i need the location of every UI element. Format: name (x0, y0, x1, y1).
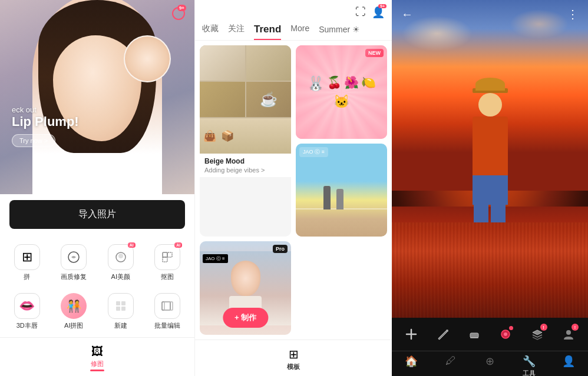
tab-collect[interactable]: 收藏 (202, 24, 219, 40)
tab-tools-profile[interactable]: 👤 (549, 355, 588, 376)
tool-ai-collage[interactable]: 🧑‍🤝‍🧑 AI拼图 (52, 288, 97, 335)
tool-batch[interactable]: 批量编辑 (146, 288, 190, 335)
template-content-grid: ☕ 👜📦 Beige Mood Adding beige vibes > 🐰 🍒… (195, 41, 392, 340)
layers-badge: ! (540, 324, 547, 331)
beige-collage: ☕ 👜📦 (200, 45, 291, 154)
card-juicy[interactable]: 🐰 🍒 🌺 🍋 🐱 NEW Juicy World🍑🍋 E 使用 (296, 45, 387, 139)
tool-lip[interactable]: 👄 3D丰唇 (5, 288, 49, 335)
zoom-detail (124, 35, 171, 82)
lip-plump-line2: Lip Plump! (12, 114, 79, 129)
svg-rect-9 (121, 307, 125, 311)
char-leg-left (474, 205, 488, 222)
beige-cell-3 (200, 82, 245, 117)
char-body (473, 117, 508, 175)
card-beige[interactable]: ☕ 👜📦 Beige Mood Adding beige vibes > (200, 45, 291, 237)
char-legs (473, 205, 508, 222)
template-tabs: 收藏 关注 Trend More Summer ☀ (195, 19, 392, 41)
pro-badge: Pro (273, 245, 288, 253)
lip-icon: 👄 (14, 293, 40, 319)
ai-beauty-icon: AI (108, 244, 134, 270)
layers-button[interactable]: ! (527, 324, 547, 345)
tab-summer[interactable]: Summer ☀ (319, 24, 360, 40)
svg-rect-10 (162, 302, 170, 310)
svg-point-2 (118, 254, 123, 258)
add-element-button[interactable] (401, 324, 421, 345)
color-picker-button[interactable] (496, 324, 516, 345)
tab-edit[interactable]: 🖼 修图 (0, 342, 194, 374)
tool-collage[interactable]: ⊞ 拼 (5, 239, 49, 286)
anime-character (473, 75, 508, 222)
lip-plump-overlay: eck out Lip Plump! Try now > (12, 105, 79, 147)
brush-button[interactable] (433, 324, 453, 345)
quality-label: 画质修复 (61, 272, 87, 281)
tab-tools-home[interactable]: 🏠 (392, 355, 431, 376)
juicy-bg: 🐰 🍒 🌺 🍋 🐱 (296, 45, 387, 139)
char-pants (473, 175, 508, 205)
tool-cutout[interactable]: AI 抠图 (146, 239, 190, 286)
profile-icon[interactable]: 👤 9+ (372, 6, 385, 19)
template-tab-icon: ⊞ (289, 347, 299, 361)
quality-icon (61, 244, 87, 270)
profile-button[interactable]: ! (559, 324, 579, 345)
tab-tools-edit[interactable]: 🖊 (431, 355, 471, 376)
ai-pinjia-inner: 🧑‍🤝‍🧑 (61, 293, 87, 319)
new-badge: NEW (365, 49, 384, 57)
make-button[interactable]: + 制作 (223, 308, 268, 328)
beige-title: Beige Mood (204, 157, 286, 165)
tool-new[interactable]: 新建 (98, 288, 143, 335)
tab-trend[interactable]: Trend (254, 24, 281, 40)
anime-background (392, 0, 588, 318)
edit-bottom-tabs: 🖼 修图 (0, 337, 194, 376)
notification-badge[interactable] (167, 7, 185, 25)
template-bottom-tabs: ⊞ 模板 (195, 340, 392, 376)
svg-rect-6 (116, 301, 120, 305)
ai-badge: AI (128, 242, 136, 248)
beige-cell-5: 👜📦 (200, 118, 291, 154)
cutout-label: 抠图 (161, 272, 174, 281)
more-options-button[interactable]: ⋮ (567, 7, 579, 21)
tab-template-bottom[interactable]: ⊞ 模板 (195, 345, 392, 374)
collage-icon: ⊞ (14, 244, 40, 270)
zoom-dot (114, 173, 118, 177)
tab-more[interactable]: More (290, 24, 309, 40)
tab-tools-tools[interactable]: 🔧 工具 (510, 355, 549, 376)
svg-point-14 (446, 330, 448, 332)
lip-label: 3D丰唇 (16, 321, 38, 330)
card-beach[interactable]: JAO ⓒ ≡ (296, 144, 387, 237)
import-photo-button[interactable]: 导入照片 (9, 200, 185, 229)
beige-cell-2 (246, 45, 292, 81)
char-head (478, 93, 502, 117)
tool-quality[interactable]: 画质修复 (52, 239, 97, 286)
tools-tab-label: 工具 (523, 369, 536, 376)
back-button[interactable]: ← (401, 8, 413, 21)
try-now-button[interactable]: Try now > (12, 134, 55, 147)
cutout-icon: AI (154, 244, 180, 270)
water-shimmer (392, 222, 588, 318)
tools-grid: ⊞ 拼 画质修复 AI AI美颜 (0, 235, 194, 337)
tools-bottom-tabs: 🏠 🖊 ⊕ 🔧 工具 👤 (392, 351, 588, 376)
ai-badge-cutout: AI (174, 242, 182, 248)
eraser-button[interactable] (464, 324, 484, 345)
tool-ai-beauty[interactable]: AI AI美颜 (98, 239, 143, 286)
template-tab-label: 模板 (287, 362, 300, 371)
beige-subtitle: Adding beige vibes > (204, 167, 286, 174)
tab-follow[interactable]: 关注 (228, 24, 245, 40)
beige-card-bottom: Beige Mood Adding beige vibes > (200, 154, 291, 177)
svg-rect-7 (121, 301, 125, 305)
tools-profile-icon: 👤 (562, 355, 575, 368)
card-portrait[interactable]: JAO ⓒ ≡ Pro + 制作 (200, 241, 291, 335)
tab-edit-label: 修图 (91, 360, 104, 368)
svg-rect-5 (163, 257, 167, 262)
tools-edit-icon: 🖊 (445, 355, 456, 367)
char-hat (475, 78, 505, 91)
fullscreen-icon[interactable]: ⛶ (355, 6, 366, 19)
tools-home-icon: 🏠 (405, 355, 418, 368)
tab-active-bar (90, 370, 104, 371)
header-icons: ⛶ 👤 9+ (355, 6, 385, 19)
tools-hero-image (392, 0, 588, 318)
jao-label: JAO ⓒ ≡ (203, 254, 228, 263)
ai-beauty-label: AI美颜 (111, 272, 130, 281)
tools-panel: ← ⋮ (392, 0, 588, 376)
hero-section: eck out Lip Plump! Try now > (0, 0, 194, 194)
tab-tools-main[interactable]: ⊕ (470, 355, 510, 376)
